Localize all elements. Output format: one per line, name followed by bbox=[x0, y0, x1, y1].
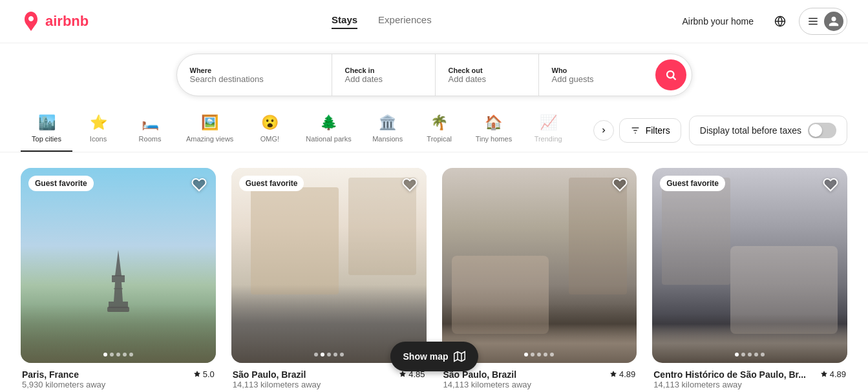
tab-experiences[interactable]: Experiences bbox=[378, 14, 432, 29]
listing-image: Guest favorite bbox=[231, 168, 427, 363]
filters-icon bbox=[630, 125, 640, 136]
where-input[interactable]: Search destinations bbox=[190, 74, 319, 84]
search-icon bbox=[665, 69, 677, 81]
guest-favorite-badge: Guest favorite bbox=[660, 176, 725, 191]
category-mansions[interactable]: 🏛️ Mansions bbox=[362, 109, 414, 152]
airbnb-logo-icon bbox=[21, 11, 41, 32]
category-top-cities[interactable]: 🏙️ Top cities bbox=[21, 109, 72, 152]
checkout-label: Check out bbox=[449, 67, 525, 74]
listing-location: Paris, France bbox=[22, 369, 79, 380]
svg-line-6 bbox=[673, 77, 675, 79]
listing-photo bbox=[231, 168, 427, 363]
svg-point-5 bbox=[667, 71, 674, 78]
wishlist-button[interactable] bbox=[189, 174, 209, 195]
listing-image: Guest favorite bbox=[652, 168, 847, 363]
who-label: Who bbox=[552, 67, 642, 74]
listing-image bbox=[442, 168, 637, 363]
checkout-section[interactable]: Check out Add dates bbox=[436, 54, 539, 96]
listing-card[interactable]: Guest favorite Centro Histórico de São P… bbox=[652, 168, 847, 389]
where-section[interactable]: Where Search destinations bbox=[177, 54, 332, 96]
show-map-container: Show map bbox=[390, 342, 478, 371]
wishlist-button[interactable] bbox=[820, 174, 841, 195]
category-omg[interactable]: 😮 OMG! bbox=[244, 109, 295, 152]
top-cities-label: Top cities bbox=[32, 135, 61, 143]
heart-icon bbox=[191, 177, 207, 192]
search-button[interactable] bbox=[655, 59, 686, 90]
svg-marker-14 bbox=[194, 371, 200, 377]
category-rooms[interactable]: 🛏️ Rooms bbox=[124, 109, 176, 152]
taxes-toggle[interactable]: Display total before taxes bbox=[689, 116, 847, 145]
chevron-right-icon bbox=[600, 127, 608, 134]
who-value: Add guests bbox=[552, 74, 642, 84]
filters-button[interactable]: Filters bbox=[619, 118, 681, 143]
star-icon bbox=[193, 370, 201, 378]
star-icon bbox=[609, 370, 617, 378]
star-icon bbox=[399, 370, 407, 378]
svg-marker-15 bbox=[399, 371, 406, 377]
show-map-button[interactable]: Show map bbox=[390, 342, 478, 371]
header-right: Airbnb your home bbox=[674, 8, 847, 35]
category-amazing-views[interactable]: 🖼️ Amazing views bbox=[176, 109, 244, 152]
heart-icon bbox=[402, 177, 418, 192]
categories-list: 🏙️ Top cities ⭐ Icons 🛏️ Rooms 🖼️ Amazin… bbox=[21, 109, 588, 152]
nav-tabs: Stays Experiences bbox=[332, 14, 432, 29]
listing-rating: 5.0 bbox=[193, 369, 215, 379]
logo-text: airbnb bbox=[45, 13, 89, 30]
svg-marker-16 bbox=[610, 371, 617, 377]
checkin-value: Add dates bbox=[345, 74, 422, 84]
user-menu[interactable] bbox=[799, 8, 847, 35]
category-tropical[interactable]: 🌴 Tropical bbox=[414, 109, 465, 152]
listing-card[interactable]: Guest favorite Paris, France 5.0 bbox=[21, 168, 216, 389]
image-dots bbox=[314, 353, 344, 356]
tab-stays[interactable]: Stays bbox=[332, 14, 357, 29]
listing-photo bbox=[442, 168, 637, 363]
guest-favorite-badge: Guest favorite bbox=[239, 176, 304, 191]
listing-distance: 14,113 kilometers away bbox=[443, 380, 636, 389]
listing-distance: 14,113 kilometers away bbox=[653, 380, 846, 389]
search-bar: Where Search destinations Check in Add d… bbox=[176, 54, 692, 96]
image-dots bbox=[735, 353, 765, 356]
listing-rating: 4.89 bbox=[609, 369, 635, 379]
category-tiny-homes[interactable]: 🏠 Tiny homes bbox=[465, 109, 522, 152]
category-next-arrow[interactable] bbox=[593, 120, 614, 141]
top-cities-icon: 🏙️ bbox=[38, 114, 56, 131]
heart-icon bbox=[823, 177, 838, 192]
listing-location: Centro Histórico de São Paulo, Br... bbox=[653, 369, 806, 380]
svg-marker-18 bbox=[454, 352, 465, 362]
checkin-label: Check in bbox=[345, 67, 422, 74]
guest-favorite-badge: Guest favorite bbox=[28, 176, 94, 191]
wishlist-button[interactable] bbox=[399, 174, 420, 195]
taxes-label: Display total before taxes bbox=[700, 125, 801, 136]
checkin-section[interactable]: Check in Add dates bbox=[332, 54, 436, 96]
hamburger-menu-icon bbox=[807, 15, 819, 27]
listing-rating: 4.89 bbox=[820, 369, 846, 379]
listing-info: Centro Histórico de São Paulo, Br... 4.8… bbox=[652, 363, 847, 389]
who-section[interactable]: Who Add guests bbox=[539, 54, 655, 96]
listing-photo bbox=[652, 168, 847, 363]
map-icon bbox=[454, 351, 465, 362]
filters-label: Filters bbox=[646, 125, 670, 136]
category-bar: 🏙️ Top cities ⭐ Icons 🛏️ Rooms 🖼️ Amazin… bbox=[0, 101, 868, 152]
wishlist-button[interactable] bbox=[609, 174, 630, 195]
listing-image: Guest favorite bbox=[21, 168, 216, 363]
checkout-value: Add dates bbox=[449, 74, 525, 84]
toggle-switch[interactable] bbox=[808, 123, 836, 138]
show-map-label: Show map bbox=[403, 351, 448, 362]
filter-controls: Filters Display total before taxes bbox=[619, 116, 847, 145]
category-icons[interactable]: ⭐ Icons bbox=[72, 109, 124, 152]
image-dots bbox=[103, 353, 133, 356]
category-national-parks[interactable]: 🌲 National parks bbox=[295, 109, 361, 152]
svg-marker-10 bbox=[109, 250, 128, 308]
listing-location: São Paulo, Brazil bbox=[233, 369, 306, 380]
where-label: Where bbox=[190, 67, 319, 74]
listing-photo bbox=[21, 168, 216, 363]
category-trending[interactable]: 📈 Trending bbox=[522, 109, 574, 152]
svg-marker-17 bbox=[821, 371, 827, 377]
listing-info: Paris, France 5.0 5,930 kilometers away bbox=[21, 363, 216, 389]
star-icon bbox=[820, 370, 828, 378]
globe-icon[interactable] bbox=[769, 10, 791, 32]
listing-distance: 5,930 kilometers away bbox=[22, 380, 215, 389]
user-avatar bbox=[824, 12, 843, 31]
airbnb-home-button[interactable]: Airbnb your home bbox=[674, 11, 761, 32]
logo[interactable]: airbnb bbox=[21, 11, 89, 32]
